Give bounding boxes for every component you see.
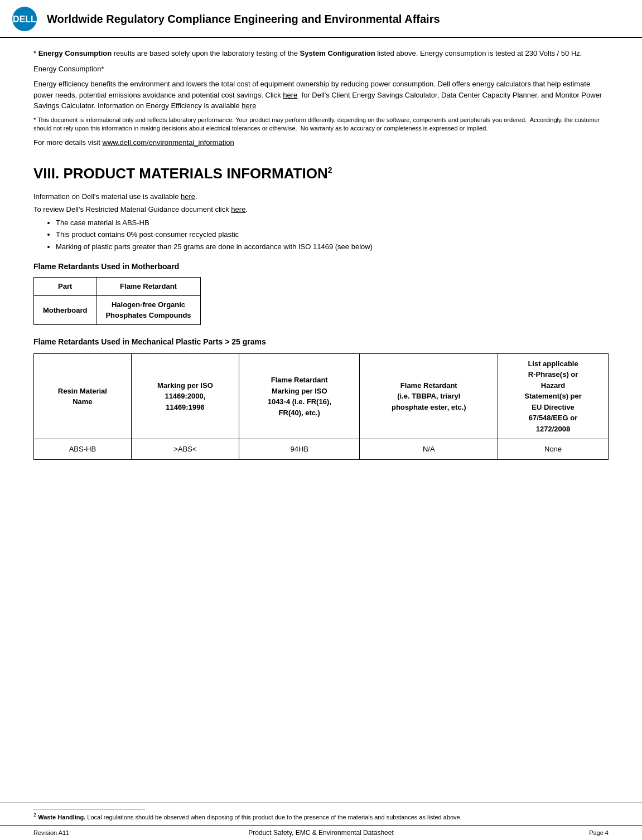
table-plastic-header-row: Resin MaterialName Marking per ISO11469:… bbox=[34, 353, 609, 439]
header-title: Worldwide Regulatory Compliance Engineer… bbox=[47, 13, 440, 26]
cell-na: N/A bbox=[360, 439, 498, 460]
footer-bar: Revision A11 Product Safety, EMC & Envir… bbox=[0, 825, 642, 840]
bullet-marking: Marking of plastic parts greater than 25… bbox=[56, 241, 609, 253]
material-here-link[interactable]: here bbox=[181, 192, 195, 201]
footer: 2 Waste Handling. Local regulations shou… bbox=[0, 803, 642, 840]
footnote-ref-2: 2 bbox=[328, 166, 332, 174]
footnote-divider bbox=[33, 809, 145, 809]
dell-logo-icon: DELL bbox=[11, 6, 38, 32]
footnote-text: 2 Waste Handling. Local regulations shou… bbox=[33, 812, 609, 822]
materials-intro1: Information on Dell's material use is av… bbox=[33, 191, 609, 202]
col-resin-material: Resin MaterialName bbox=[34, 353, 132, 439]
energy-paragraph1: Energy efficiency benefits the environme… bbox=[33, 79, 609, 111]
flame-mechanical-table: Resin MaterialName Marking per ISO11469:… bbox=[33, 353, 609, 460]
cell-marking-value: >ABS< bbox=[131, 439, 239, 460]
footer-center-text: Product Safety, EMC & Environmental Data… bbox=[89, 829, 553, 837]
col-flame-retardant: Flame Retardant bbox=[96, 278, 200, 296]
page-label: Page 4 bbox=[553, 829, 609, 836]
cell-abs-hb: ABS-HB bbox=[34, 439, 132, 460]
col-list-applicable: List applicableR-Phrase(s) orHazardState… bbox=[498, 353, 609, 439]
svg-text:DELL: DELL bbox=[13, 14, 36, 24]
footnote-section: 2 Waste Handling. Local regulations shou… bbox=[0, 803, 642, 825]
here-link-2[interactable]: here bbox=[242, 101, 256, 110]
energy-section: * Energy Consumption results are based s… bbox=[33, 48, 609, 148]
cell-halogen-free: Halogen-free OrganicPhosphates Compounds bbox=[96, 295, 200, 324]
materials-intro2: To review Dell's Restricted Material Gui… bbox=[33, 204, 609, 215]
bullet-case-material: The case material is ABS-HB bbox=[56, 217, 609, 229]
col-part: Part bbox=[34, 278, 96, 296]
flame-mechanical-heading: Flame Retardants Used in Mechanical Plas… bbox=[33, 336, 609, 348]
col-flame-retardant-ie: Flame Retardant(i.e. TBBPA, triarylphosp… bbox=[360, 353, 498, 439]
col-flame-retardant-marking: Flame RetardantMarking per ISO1043-4 (i.… bbox=[239, 353, 360, 439]
page-header: DELL Worldwide Regulatory Compliance Eng… bbox=[0, 0, 642, 38]
cell-motherboard: Motherboard bbox=[34, 295, 96, 324]
energy-visit: For more details visit www.dell.com/envi… bbox=[33, 137, 609, 148]
here-link-1[interactable]: here bbox=[283, 91, 297, 99]
table-row: Motherboard Halogen-free OrganicPhosphat… bbox=[34, 295, 201, 324]
cell-94hb: 94HB bbox=[239, 439, 360, 460]
main-content: * Energy Consumption results are based s… bbox=[0, 38, 642, 516]
section-viii-heading: VIII. PRODUCT MATERIALS INFORMATION2 bbox=[33, 165, 609, 182]
dell-environmental-link[interactable]: www.dell.com/environmental_information bbox=[103, 138, 234, 147]
flame-motherboard-table: Part Flame Retardant Motherboard Halogen… bbox=[33, 277, 201, 325]
materials-bullet-list: The case material is ABS-HB This product… bbox=[56, 217, 609, 253]
table-header-row: Part Flame Retardant bbox=[34, 278, 201, 296]
col-marking-iso: Marking per ISO11469:2000,11469:1996 bbox=[131, 353, 239, 439]
material-guidance-link[interactable]: here bbox=[231, 205, 245, 213]
flame-motherboard-heading: Flame Retardants Used in Motherboard bbox=[33, 261, 609, 273]
energy-consumption-label: Energy Consumption* bbox=[33, 64, 609, 75]
table-plastic-row: ABS-HB >ABS< 94HB N/A None bbox=[34, 439, 609, 460]
footnote-sup-2: 2 bbox=[33, 812, 36, 818]
bullet-recycled: This product contains 0% post-consumer r… bbox=[56, 229, 609, 240]
energy-bold-note: * Energy Consumption results are based s… bbox=[33, 48, 609, 59]
cell-none: None bbox=[498, 439, 609, 460]
materials-section: Information on Dell's material use is av… bbox=[33, 191, 609, 460]
energy-small-note: * This document is informational only an… bbox=[33, 116, 609, 133]
revision-label: Revision A11 bbox=[33, 829, 89, 836]
